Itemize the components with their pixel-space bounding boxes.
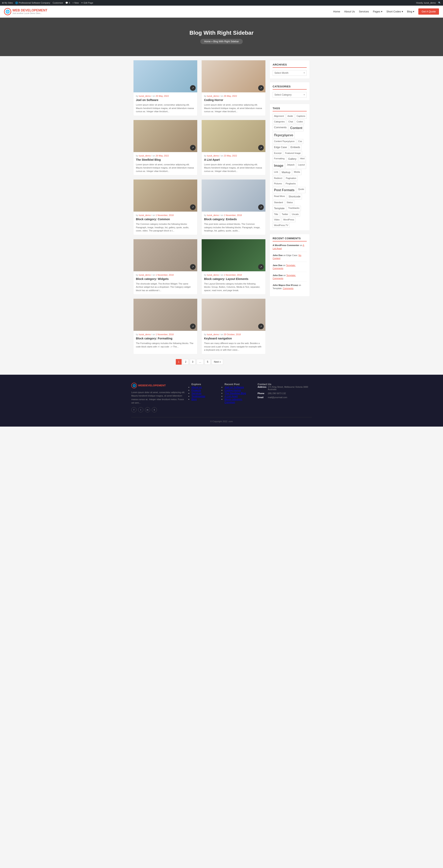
tag-item[interactable]: Shortcode	[287, 194, 302, 199]
post-title[interactable]: Joel on Software	[136, 98, 195, 101]
tag-item[interactable]: Html	[299, 156, 306, 162]
share-button[interactable]: ↗	[258, 85, 264, 91]
nav-short-codes[interactable]: Short Codes ▾	[386, 10, 403, 13]
post-title[interactable]: Block category: Common	[136, 218, 195, 221]
tag-item[interactable]: Css	[297, 139, 303, 144]
page-number[interactable]: 2	[183, 359, 188, 365]
tag-item[interactable]: Layout	[297, 162, 306, 169]
nav-home[interactable]: Home	[333, 10, 340, 13]
tag-item[interactable]: Content	[289, 125, 304, 131]
tag-item[interactable]: Uncats	[291, 212, 300, 217]
linkedin-icon[interactable]: li	[152, 407, 157, 412]
tag-item[interactable]: Formatting	[273, 156, 286, 162]
twitter-icon[interactable]: t	[138, 407, 143, 412]
tag-item[interactable]: Pictures	[273, 181, 284, 186]
tag-item[interactable]: Media	[293, 170, 301, 175]
post-title[interactable]: Block category: Widgets	[136, 277, 195, 281]
share-button[interactable]: ↗	[258, 205, 264, 210]
tag-item[interactable]: Content Περιεχόμενο	[273, 139, 296, 144]
nav-pages[interactable]: Pages ▾	[373, 10, 382, 13]
footer-recent-link[interactable]: The Steelkiwi Blog	[225, 392, 246, 395]
tag-item[interactable]: Περιεχόμενο	[273, 132, 295, 138]
tag-item[interactable]: Twitter	[280, 212, 290, 217]
share-button[interactable]: ↗	[190, 145, 196, 151]
tag-item[interactable]: Aside	[286, 114, 294, 119]
footer-explore-link[interactable]: About us	[191, 386, 202, 389]
tag-item[interactable]: Embeds	[289, 145, 301, 150]
share-button[interactable]: ↗	[190, 323, 196, 329]
post-title[interactable]: Coding Horror	[204, 98, 263, 101]
admin-site-name[interactable]: 🌐 Professional Software Company	[15, 2, 50, 4]
facebook-icon[interactable]: f	[131, 407, 137, 412]
post-title[interactable]: Block category: Formatting	[136, 337, 195, 340]
page-number[interactable]: 5	[205, 359, 210, 365]
tag-item[interactable]: Alignment	[273, 114, 285, 119]
tag-item[interactable]: Redirect	[273, 176, 284, 181]
post-title[interactable]: A List Apart	[204, 158, 263, 161]
post-title[interactable]: Keyboard navigation	[204, 337, 263, 340]
admin-comments[interactable]: 💬 6	[65, 2, 70, 4]
tag-item[interactable]: Comments	[273, 125, 288, 131]
tag-item[interactable]: Edge Case	[273, 145, 288, 150]
nav-services[interactable]: Services	[359, 10, 369, 13]
admin-new[interactable]: + New	[72, 2, 79, 4]
footer-recent-link[interactable]: A List Apart	[225, 395, 238, 398]
archives-title: ARCHIVES	[273, 63, 307, 68]
tag-item[interactable]: Excerpt	[273, 151, 283, 156]
tag-item[interactable]: Status	[285, 200, 294, 205]
tag-item[interactable]: Trackbacks	[287, 206, 301, 211]
footer-recent-link[interactable]: Block category: Common	[225, 398, 242, 404]
tag-item[interactable]: Gallery	[287, 156, 298, 162]
tag-item[interactable]: Categories	[273, 119, 286, 124]
tag-item[interactable]: Image	[273, 162, 285, 169]
tag-item[interactable]: Video	[273, 217, 281, 222]
footer-recent-link[interactable]: Coding Horror	[225, 389, 241, 392]
categories-select[interactable]: Select Category	[273, 92, 307, 98]
tag-item[interactable]: Markup	[280, 170, 292, 175]
share-button[interactable]: ↗	[190, 205, 196, 210]
post-title[interactable]: Block category: Layout Elements	[204, 277, 263, 281]
share-button[interactable]: ↗	[258, 145, 264, 151]
tag-item[interactable]: WordPress.TV	[273, 223, 290, 228]
page-number[interactable]: …	[197, 359, 203, 365]
post-title[interactable]: Block category: Embeds	[204, 218, 263, 221]
tag-item[interactable]: Pingbacks	[284, 181, 297, 186]
nav-get-quote-button[interactable]: Get A Quote	[418, 8, 439, 14]
tag-item[interactable]: Post Formats	[273, 187, 296, 193]
post-title[interactable]: The Steelkiwi Blog	[136, 158, 195, 161]
tag-item[interactable]: Template	[273, 206, 286, 211]
footer-explore-link[interactable]: Services	[191, 392, 202, 395]
next-page-button[interactable]: Next »	[212, 359, 223, 365]
search-icon[interactable]: 🔍	[438, 2, 441, 4]
tag-item[interactable]: WordPress	[282, 217, 295, 222]
share-button[interactable]: ↗	[258, 264, 264, 270]
admin-customize[interactable]: Customize	[53, 2, 63, 4]
footer-explore-link[interactable]: Projects	[191, 389, 201, 392]
tag-item[interactable]: Link	[273, 170, 279, 175]
tag-item[interactable]: Captions	[295, 114, 306, 119]
instagram-icon[interactable]: in	[145, 407, 150, 412]
tag-item[interactable]: Read More	[273, 194, 286, 199]
tag-item[interactable]: Codex	[295, 119, 304, 124]
tag-item[interactable]: Title	[273, 212, 279, 217]
admin-my-sites[interactable]: ⊞ My Sites	[2, 2, 13, 4]
page-number[interactable]: 1	[176, 359, 182, 365]
share-button[interactable]: ↗	[190, 85, 196, 91]
tag-item[interactable]: Jetpack	[286, 162, 296, 169]
share-button[interactable]: ↗	[190, 264, 196, 270]
tag-item[interactable]: Featured Image	[284, 151, 302, 156]
page-number[interactable]: 3	[190, 359, 196, 365]
share-button[interactable]: ↗	[258, 323, 264, 329]
tag-item[interactable]: Pagination	[285, 176, 298, 181]
nav-about[interactable]: About Us	[344, 10, 355, 13]
footer-recent-link[interactable]: Joel on Software	[225, 386, 244, 389]
tag-item[interactable]: Quote	[297, 187, 305, 193]
comment-link[interactable]: Comments	[283, 287, 293, 289]
footer-explore-link[interactable]: Blog	[191, 398, 197, 401]
admin-edit-page[interactable]: ✏ Edit Page	[81, 2, 93, 4]
archives-select[interactable]: Select Month	[273, 70, 307, 76]
nav-blog[interactable]: Blog ▾	[407, 10, 415, 13]
tag-item[interactable]: Standard	[273, 200, 285, 205]
footer-explore-link[interactable]: Testimonias	[191, 395, 205, 398]
tag-item[interactable]: Chat	[287, 119, 294, 124]
